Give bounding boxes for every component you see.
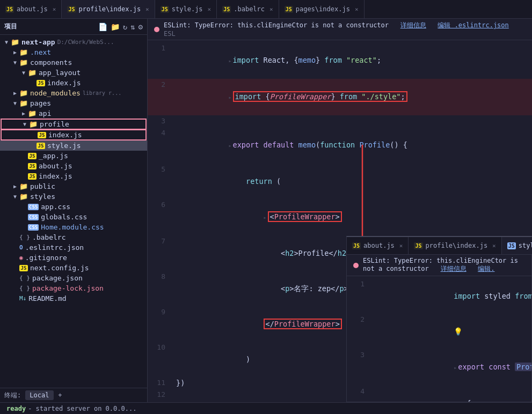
lower-tab-bar: JS about.js × JS profile\index.js × JS s… [347, 237, 531, 255]
tab-about[interactable]: JS about.js × [0, 0, 62, 18]
sidebar-item-profile[interactable]: 📁 profile [1, 119, 146, 129]
code-line-3: 3 [148, 115, 532, 127]
sidebar-item-node-modules[interactable]: 📁 node_modules library r... [0, 88, 147, 98]
app-css-label: app.css [41, 203, 70, 211]
sidebar-item-components[interactable]: 📁 components [0, 57, 147, 68]
js-file-icon: JS [38, 132, 46, 138]
sidebar-item-eslintrc[interactable]: O .eslintrc.json [0, 242, 147, 253]
sidebar-item-next[interactable]: 📁 .next [0, 47, 147, 57]
sidebar-item-styles[interactable]: 📁 styles [0, 191, 147, 202]
sidebar: 项目 📄 📁 ↻ ⇅ ⚙ 📁 next-app D:/CWork/WebS...… [0, 19, 148, 402]
lower-tab-style[interactable]: JS style.js × [502, 237, 532, 254]
lower-tab-profile-index[interactable]: JS profile\index.js × [409, 237, 501, 254]
new-file-icon[interactable]: 📄 [98, 23, 107, 31]
tab-pages-index[interactable]: JS pages\index.js × [279, 0, 365, 18]
sidebar-item-profile-style[interactable]: JS style.js [0, 141, 147, 151]
tab-close-profile[interactable]: × [145, 6, 149, 13]
sidebar-item-app[interactable]: JS _app.js [0, 151, 147, 161]
lower-error-message: ESLint: TypeError: this.cliEngineCtor is… [363, 257, 525, 273]
lower-tab-close[interactable]: × [492, 242, 496, 249]
globals-css-label: globals.css [41, 213, 87, 221]
json-icon: { } [19, 234, 30, 241]
folder-icon: 📁 [11, 38, 19, 46]
css-file-icon: CSS [28, 224, 39, 231]
tab-style[interactable]: JS style.js × [155, 0, 217, 18]
profile-style-label: style.js [47, 142, 81, 150]
js-file-icon: JS [37, 80, 45, 86]
tab-close-about[interactable]: × [53, 6, 56, 13]
root-label: next-app [21, 38, 55, 46]
gitignore-label: .gitignore [25, 254, 67, 262]
sidebar-item-home-module[interactable]: CSS Home.module.css [0, 222, 147, 232]
error-edit-link[interactable]: 编辑 .eslintrc.json [438, 21, 508, 29]
lower-tab-about[interactable]: JS about.js × [347, 237, 409, 254]
profile-arrow [20, 121, 29, 127]
code-line-2: 2 ▸import {ProfileWrapper} from "./style… [148, 79, 532, 115]
error-detail-link[interactable]: 详细信息 [400, 21, 426, 29]
folder-icon: 📁 [28, 109, 37, 117]
code-line-5: 5 return ( [148, 164, 532, 199]
terminal-add[interactable]: + [58, 391, 62, 399]
js-icon: JS [5, 6, 14, 13]
tab-close-style[interactable]: × [208, 6, 212, 13]
sidebar-item-app-layout[interactable]: 📁 app_layout [0, 68, 147, 78]
sidebar-item-pages-index[interactable]: JS index.js [0, 171, 147, 181]
lower-error-edit-link[interactable]: 编辑. [478, 265, 494, 272]
editor-area: ESLint: TypeError: this.cliEngineCtor is… [148, 19, 532, 402]
status-server-text: - started server on 0.0.0... [28, 405, 136, 412]
file-tree: 📁 next-app D:/CWork/WebS... 📁 .next 📁 co… [0, 35, 147, 388]
folder-icon: 📁 [29, 120, 38, 128]
sidebar-item-app-css[interactable]: CSS app.css [0, 202, 147, 212]
lower-code: 1 import styled from 'styled-components'… [347, 276, 531, 402]
terminal-tab[interactable]: Local [25, 390, 54, 400]
error-extra: ESL [164, 30, 176, 38]
package-json-label: package.json [32, 274, 83, 282]
tree-root[interactable]: 📁 next-app D:/CWork/WebS... [0, 37, 147, 47]
tab-profile-index[interactable]: JS profile\index.js × [62, 0, 155, 18]
node-modules-label: node_modules [30, 89, 81, 97]
code-line-4: 4 ▸export default memo(function Profile(… [148, 127, 532, 164]
folder-icon: 📁 [28, 69, 37, 77]
refresh-icon[interactable]: ↻ [123, 23, 127, 31]
sidebar-item-readme[interactable]: M↓ README.md [0, 293, 147, 304]
css-file-icon: CSS [28, 204, 39, 210]
terminal-label: 终端: [4, 391, 21, 400]
lower-tab-close[interactable]: × [399, 242, 403, 249]
sidebar-item-api[interactable]: 📁 api [0, 108, 147, 119]
collapse-icon[interactable]: ⇅ [130, 23, 135, 31]
node-modules-arrow [11, 90, 19, 96]
api-arrow [19, 110, 28, 116]
profile-label: profile [40, 120, 69, 128]
code-editor: 1 ▸import React, {memo} from "react"; 2 … [148, 40, 532, 402]
settings-icon[interactable]: ⚙ [139, 23, 143, 31]
sidebar-item-package-json[interactable]: { } package.json [0, 273, 147, 283]
eslintrc-label: .eslintrc.json [25, 243, 84, 252]
tab-close-babelrc[interactable]: × [269, 6, 273, 13]
tab-babelrc[interactable]: JS .babelrc × [217, 0, 279, 18]
js-icon: JS [285, 6, 293, 13]
lower-error-detail-link[interactable]: 详细信息 [441, 265, 467, 272]
sidebar-item-next-config[interactable]: JS next.config.js [0, 263, 147, 273]
new-folder-icon[interactable]: 📁 [111, 23, 120, 31]
sidebar-item-package-lock[interactable]: { } package-lock.json [0, 283, 147, 293]
sidebar-item-about[interactable]: JS about.js [0, 161, 147, 171]
sidebar-item-public[interactable]: 📁 public [0, 181, 147, 191]
js-file-icon: JS [28, 163, 37, 169]
js-icon: JS [507, 242, 516, 249]
sidebar-item-profile-index[interactable]: JS index.js [1, 130, 146, 140]
folder-icon: 📁 [19, 182, 28, 190]
top-tab-bar: JS about.js × JS profile\index.js × JS s… [0, 0, 532, 19]
folder-icon: 📁 [19, 89, 28, 97]
js-file-icon: JS [28, 173, 37, 180]
api-label: api [39, 109, 51, 117]
components-label: components [30, 58, 72, 66]
tab-close-pages[interactable]: × [355, 6, 359, 13]
sidebar-item-gitignore[interactable]: ◉ .gitignore [0, 253, 147, 263]
sidebar-item-globals-css[interactable]: CSS globals.css [0, 212, 147, 222]
next-arrow [11, 49, 19, 55]
js-icon: JS [222, 6, 231, 13]
sidebar-item-pages[interactable]: 📁 pages [0, 98, 147, 108]
styles-arrow [11, 194, 19, 199]
sidebar-item-app-layout-index[interactable]: JS index.js [0, 78, 147, 88]
sidebar-item-babelrc[interactable]: { } .babelrc [0, 232, 147, 242]
